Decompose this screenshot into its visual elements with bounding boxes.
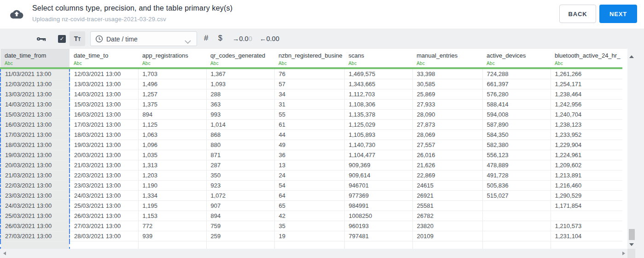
table-cell: 1,108,306 bbox=[344, 100, 412, 110]
table-cell: 505,836 bbox=[482, 181, 551, 191]
table-cell bbox=[0, 241, 70, 249]
table-cell: 907 bbox=[206, 201, 274, 211]
table-cell: 25581 bbox=[412, 201, 482, 211]
column-header-qr_codes_generated[interactable]: qr_codes_generatedAbc bbox=[206, 49, 274, 68]
table-cell: 1,343,665 bbox=[344, 79, 412, 89]
table-cell: 11/03/2021 13:00 bbox=[0, 68, 70, 79]
column-type-label: Abc bbox=[142, 61, 206, 66]
table-cell: 594,008 bbox=[482, 110, 551, 120]
table-cell: 1,153 bbox=[138, 211, 206, 221]
column-name: nzbn_registered_busine bbox=[278, 52, 344, 59]
table-cell: 33,398 bbox=[412, 68, 482, 79]
table-cell: 1,238,464 bbox=[551, 89, 622, 100]
table-cell: 1,233,952 bbox=[551, 130, 622, 140]
table-row: 21/03/2021 13:0022/03/2021 13:001,203350… bbox=[0, 170, 622, 181]
table-cell: 1,171,854 bbox=[551, 201, 622, 211]
table-cell: 894 bbox=[138, 110, 206, 120]
table-cell: 576,280 bbox=[482, 89, 551, 100]
clock-icon bbox=[95, 35, 103, 45]
table-cell: 1,210,573 bbox=[551, 221, 622, 231]
table-cell: 24615 bbox=[412, 181, 482, 191]
column-type-label: Abc bbox=[555, 61, 622, 66]
horizontal-scrollbar[interactable] bbox=[0, 249, 644, 258]
table-cell bbox=[138, 241, 206, 249]
scroll-up-icon[interactable] bbox=[629, 55, 634, 58]
table-cell: 42 bbox=[274, 211, 344, 221]
column-header-app_registrations[interactable]: app_registrationsAbc bbox=[138, 49, 206, 68]
table-row: 18/03/2021 13:0019/03/2021 13:001,096880… bbox=[0, 140, 622, 150]
column-name: manual_entries bbox=[417, 52, 482, 59]
table-cell: 35 bbox=[274, 221, 344, 231]
next-button[interactable]: NEXT bbox=[599, 5, 637, 23]
table-cell: 21,626 bbox=[412, 160, 482, 170]
table-cell bbox=[482, 241, 551, 249]
table-cell: 1,334 bbox=[138, 191, 206, 201]
table-row: 16/03/2021 13:0017/03/2021 13:001,1251,0… bbox=[0, 120, 622, 130]
scroll-down-icon[interactable] bbox=[629, 243, 634, 246]
table-cell: 25/03/2021 13:00 bbox=[0, 211, 70, 221]
column-header-nzbn_registered_busine[interactable]: nzbn_registered_busineAbc bbox=[274, 49, 344, 68]
table-cell bbox=[70, 241, 138, 249]
table-cell bbox=[274, 241, 344, 249]
table-cell: 1,261,266 bbox=[551, 68, 622, 79]
table-cell: 13/03/2021 13:00 bbox=[0, 89, 70, 100]
scroll-right-icon[interactable] bbox=[622, 252, 625, 255]
table-cell: 288 bbox=[206, 89, 274, 100]
column-header-date_time_from[interactable]: date_time_fromAbc bbox=[0, 49, 70, 68]
column-header-active_devices[interactable]: active_devicesAbc bbox=[482, 49, 551, 68]
include-column-checkbox[interactable]: ✓ bbox=[58, 35, 66, 43]
scroll-left-icon[interactable] bbox=[3, 252, 6, 255]
table-cell: 15/03/2021 13:00 bbox=[70, 100, 138, 110]
decimal-shift-left-button[interactable]: ←0.00 bbox=[260, 35, 279, 42]
table-cell: 21/03/2021 13:00 bbox=[70, 160, 138, 170]
table-cell: 1,072 bbox=[206, 191, 274, 201]
table-row: 14/03/2021 13:0015/03/2021 13:001,375363… bbox=[0, 100, 622, 110]
table-cell: 1,125,029 bbox=[344, 120, 412, 130]
table-cell: 20/03/2021 13:00 bbox=[0, 160, 70, 170]
number-type-button[interactable]: # bbox=[204, 34, 208, 43]
table-cell: 61 bbox=[274, 120, 344, 130]
text-type-button[interactable]: TT bbox=[70, 31, 85, 46]
table-cell: 797481 bbox=[344, 231, 412, 241]
table-cell: 1,203 bbox=[138, 170, 206, 181]
decimal-shift-right-button[interactable]: →0.00 bbox=[232, 35, 252, 42]
table-cell: 1,014 bbox=[206, 120, 274, 130]
table-cell: 1,140,730 bbox=[344, 140, 412, 150]
currency-type-button[interactable]: $ bbox=[218, 34, 222, 42]
column-name: date_time_from bbox=[5, 52, 70, 59]
column-type-dropdown[interactable]: Date / time bbox=[90, 31, 197, 46]
table-cell: 259 bbox=[206, 231, 274, 241]
table-cell: 759 bbox=[206, 221, 274, 231]
table-cell: 26/03/2021 13:00 bbox=[70, 211, 138, 221]
table-cell: 17/03/2021 13:00 bbox=[70, 120, 138, 130]
table-cell: 871 bbox=[206, 150, 274, 160]
column-type-selected-value: Date / time bbox=[106, 35, 138, 43]
table-row: 13/03/2021 13:0014/03/2021 13:001,257288… bbox=[0, 89, 622, 100]
table-cell: 24/03/2021 13:00 bbox=[0, 201, 70, 211]
table-cell: 28/03/2021 13:00 bbox=[70, 231, 138, 241]
column-header-manual_entries[interactable]: manual_entriesAbc bbox=[412, 49, 482, 68]
table-cell: 661,397 bbox=[482, 79, 551, 89]
table-cell: 1,209,602 bbox=[551, 160, 622, 170]
table-cell: 76 bbox=[274, 68, 344, 79]
table-cell: 18/03/2021 13:00 bbox=[0, 140, 70, 150]
table-cell: 16/03/2021 13:00 bbox=[70, 110, 138, 120]
column-header-date_time_to[interactable]: date_time_toAbc bbox=[70, 49, 138, 68]
table-cell: 984991 bbox=[344, 201, 412, 211]
table-cell: 28,069 bbox=[412, 130, 482, 140]
back-button[interactable]: BACK bbox=[559, 5, 596, 23]
table-cell: 19/03/2021 13:00 bbox=[0, 150, 70, 160]
vertical-scrollbar-thumb[interactable] bbox=[629, 229, 635, 240]
vertical-scrollbar[interactable] bbox=[627, 49, 644, 249]
table-cell bbox=[412, 241, 482, 249]
table-cell: 588,414 bbox=[482, 100, 551, 110]
primary-key-icon[interactable] bbox=[36, 35, 46, 42]
table-row: 22/03/2021 13:0023/03/2021 13:001,190923… bbox=[0, 181, 622, 191]
table-cell: 1,254,171 bbox=[551, 79, 622, 89]
table-cell: 22/03/2021 13:00 bbox=[0, 181, 70, 191]
table-cell: 13/03/2021 13:00 bbox=[70, 79, 138, 89]
column-header-bluetooth_active_24_hr_[interactable]: bluetooth_active_24_hr_Abc bbox=[551, 49, 622, 68]
table-cell: 55 bbox=[274, 110, 344, 120]
table-cell: 1,104,477 bbox=[344, 150, 412, 160]
column-header-scans[interactable]: scansAbc bbox=[344, 49, 412, 68]
